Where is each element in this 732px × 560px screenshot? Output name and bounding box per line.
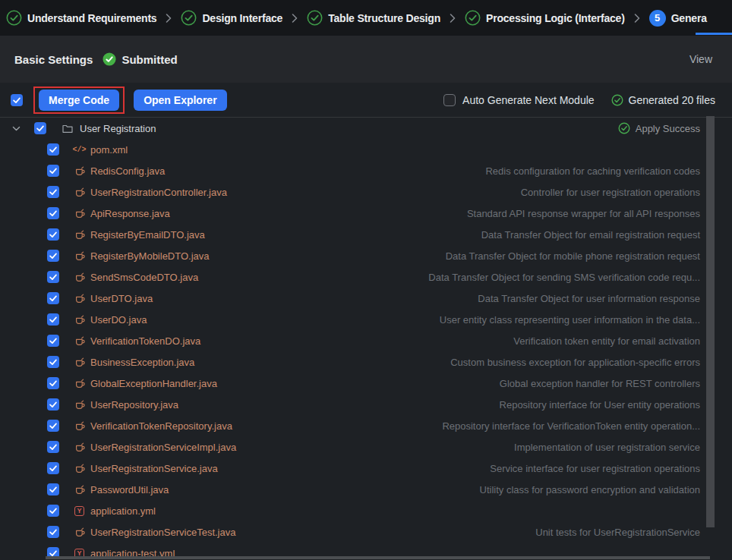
check-icon: [48, 144, 58, 155]
horizontal-scrollbar-thumb[interactable]: [46, 556, 710, 559]
stepper-item-5[interactable]: 5Genera: [649, 10, 707, 27]
file-row[interactable]: </>pom.xml: [0, 139, 732, 160]
auto-generate-checkbox[interactable]: [443, 94, 456, 106]
file-row[interactable]: UserRepository.javaRepository interface …: [0, 394, 732, 415]
check-icon: [48, 505, 58, 516]
java-file-icon: [73, 271, 86, 283]
file-checkbox[interactable]: [47, 313, 59, 326]
file-description: Data Transfer Object for sending SMS ver…: [428, 272, 700, 283]
chevron-down-icon[interactable]: [11, 124, 21, 134]
java-file-icon: [73, 356, 86, 368]
file-checkbox[interactable]: [47, 165, 59, 177]
java-file-icon: [74, 335, 86, 347]
separator-chevron-icon: [446, 12, 459, 24]
file-checkbox[interactable]: [47, 335, 59, 347]
file-name: GlobalExceptionHandler.java: [90, 378, 217, 389]
stepper-item-3[interactable]: Table Structure Design: [307, 10, 440, 26]
file-description: Implementation of user registration serv…: [514, 442, 700, 453]
file-checkbox[interactable]: [47, 250, 59, 262]
java-file-icon: [73, 165, 86, 177]
step-label: Understand Requirements: [27, 12, 156, 24]
file-name: SendSmsCodeDTO.java: [90, 272, 198, 283]
file-checkbox[interactable]: [47, 143, 59, 156]
step-done-check-icon: [465, 10, 481, 26]
file-description: Custom business exception for applicatio…: [450, 357, 700, 368]
file-row[interactable]: UserRegistrationService.javaService inte…: [0, 458, 732, 479]
step-number-badge: 5: [649, 10, 666, 27]
file-row[interactable]: UserRegistrationController.javaControlle…: [0, 181, 732, 203]
view-link[interactable]: View: [689, 53, 712, 65]
file-row[interactable]: UserDO.javaUser entity class representin…: [0, 309, 732, 330]
java-file-icon: [73, 441, 86, 453]
step-done-check-icon: [6, 10, 22, 26]
file-checkbox[interactable]: [47, 483, 59, 496]
step-separator-icon: [446, 12, 459, 24]
file-row[interactable]: PasswordUtil.javaUtility class for passw…: [0, 479, 732, 500]
file-row[interactable]: VerificationTokenRepository.javaReposito…: [0, 415, 732, 436]
separator-chevron-icon: [289, 12, 301, 24]
generated-check-icon: [611, 94, 623, 106]
file-checkbox[interactable]: [47, 228, 59, 241]
file-description: Data Transfer Object for user informatio…: [478, 293, 700, 304]
merge-code-button[interactable]: Merge Code: [39, 90, 119, 111]
file-row[interactable]: RegisterByMobileDTO.javaData Transfer Ob…: [0, 245, 732, 266]
check-icon: [48, 420, 58, 431]
java-file-icon: [74, 165, 86, 177]
file-checkbox[interactable]: [47, 377, 59, 389]
java-file-icon: [74, 271, 86, 283]
file-name: RegisterByEmailDTO.java: [90, 229, 205, 241]
java-file-icon: [74, 441, 86, 453]
submitted-check-icon: [103, 52, 116, 66]
java-file-icon: [74, 207, 86, 219]
file-checkbox[interactable]: [47, 271, 59, 283]
file-name: UserRegistrationServiceTest.java: [90, 527, 235, 538]
file-checkbox[interactable]: [47, 505, 59, 517]
java-file-icon: [73, 250, 86, 262]
file-row[interactable]: RedisConfig.javaRedis configuration for …: [0, 160, 732, 181]
file-row[interactable]: UserRegistrationServiceTest.javaUnit tes…: [0, 521, 732, 543]
file-checkbox[interactable]: [47, 356, 59, 368]
submitted-check-icon: [103, 52, 116, 66]
check-icon: [48, 314, 58, 325]
select-all-checkbox[interactable]: [11, 94, 23, 106]
file-checkbox[interactable]: [47, 186, 59, 198]
file-checkbox[interactable]: [47, 207, 59, 219]
file-row[interactable]: VerificationTokenDO.javaVerification tok…: [0, 330, 732, 351]
file-row[interactable]: GlobalExceptionHandler.javaGlobal except…: [0, 373, 732, 394]
stepper-item-2[interactable]: Design Interface: [181, 10, 282, 26]
java-file-icon: [74, 313, 86, 326]
xml-file-icon: </>: [73, 146, 87, 154]
file-row[interactable]: RegisterByEmailDTO.javaData Transfer Obj…: [0, 224, 732, 245]
check-icon: [48, 442, 58, 452]
file-checkbox[interactable]: [47, 462, 59, 474]
file-checkbox[interactable]: [47, 398, 59, 411]
folder-row[interactable]: User Registration Apply Success: [0, 118, 732, 139]
file-row[interactable]: Yapplication.yml: [0, 500, 732, 521]
file-row[interactable]: ApiResponse.javaStandard API response wr…: [0, 203, 732, 224]
open-explorer-button[interactable]: Open Explorer: [134, 90, 226, 111]
file-row[interactable]: BusinessException.javaCustom business ex…: [0, 351, 732, 373]
java-file-icon: [74, 398, 86, 411]
file-name: UserRepository.java: [90, 399, 178, 411]
annotation-red-box: Merge Code: [33, 87, 125, 114]
file-checkbox[interactable]: [47, 441, 59, 453]
check-icon: [48, 527, 58, 537]
module-header: Basic Settings Submitted View: [0, 36, 732, 83]
folder-icon: [62, 122, 74, 134]
folder-checkbox[interactable]: [34, 122, 46, 134]
check-icon: [48, 335, 58, 346]
step-done-check-icon: [6, 10, 22, 26]
java-file-icon: [73, 526, 86, 538]
file-row[interactable]: SendSmsCodeDTO.javaData Transfer Object …: [0, 266, 732, 288]
file-row[interactable]: UserDTO.javaData Transfer Object for use…: [0, 288, 732, 309]
stepper-item-1[interactable]: Understand Requirements: [6, 10, 156, 26]
file-description: Utility class for password encryption an…: [480, 484, 700, 496]
file-checkbox[interactable]: [47, 292, 59, 304]
file-row[interactable]: UserRegistrationServiceImpl.javaImplemen…: [0, 436, 732, 458]
vertical-scrollbar-thumb[interactable]: [706, 116, 715, 527]
java-file-icon: [73, 207, 86, 219]
stepper-item-4[interactable]: Processing Logic (Interface): [465, 10, 625, 26]
file-checkbox[interactable]: [47, 526, 59, 538]
file-description: Unit tests for UserRegistrationService: [535, 527, 700, 538]
file-checkbox[interactable]: [47, 420, 59, 432]
